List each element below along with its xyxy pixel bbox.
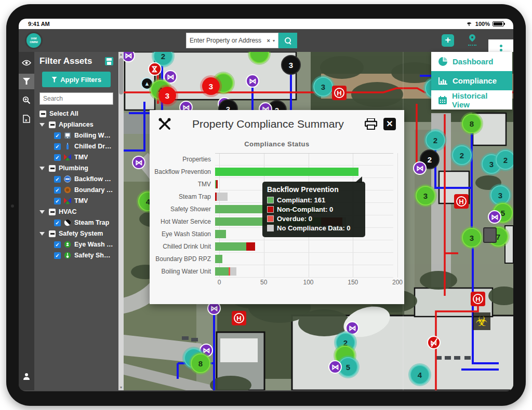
asset-row-eye-wash-station[interactable]: ✓Eye Wash Station xyxy=(39,241,113,248)
asset-row-tmv[interactable]: ✓TMV xyxy=(39,154,113,161)
group-row-plumbing[interactable]: Plumbing xyxy=(39,165,113,172)
eye-wash-station-icon xyxy=(64,241,71,248)
print-icon[interactable] xyxy=(365,118,377,130)
chevron-down-icon[interactable] xyxy=(39,232,45,236)
apply-filters-button[interactable]: Apply Filters xyxy=(42,72,111,87)
map-valve-purple-marker[interactable]: ⋈ xyxy=(488,210,501,224)
menu-item-dashboard[interactable]: Dashboard xyxy=(431,52,512,71)
excel-export-icon[interactable]: x xyxy=(19,111,34,127)
map-valve-purple-marker[interactable]: ⋈ xyxy=(328,360,342,374)
search-input[interactable]: Enter Property or Address × ▾ xyxy=(186,33,278,48)
map-valve-purple-marker[interactable]: ⋈ xyxy=(246,74,259,88)
map-cluster-marker[interactable]: 8 xyxy=(191,353,210,373)
filter-tool-icon[interactable] xyxy=(19,74,34,89)
map-cluster-marker[interactable]: 3 xyxy=(202,77,220,95)
asset-checkbox[interactable]: ✓ xyxy=(54,176,61,183)
asset-row-boundary-bpd-rpz[interactable]: ✓Boundary BPD RPZ xyxy=(39,186,113,194)
map-cluster-marker[interactable]: 2 xyxy=(425,130,445,150)
asset-checkbox[interactable]: ✓ xyxy=(54,132,61,139)
bar-segment-no-compliance-data[interactable] xyxy=(230,267,236,276)
panel-scrollbar[interactable]: ▲ ▼ xyxy=(118,52,124,390)
map-cluster-marker[interactable]: 3 xyxy=(313,77,333,97)
select-all-row[interactable]: Select All xyxy=(39,110,113,117)
chilled-drink-unit-icon xyxy=(64,143,71,150)
asset-checkbox[interactable]: ✓ xyxy=(54,198,61,204)
map-valve-purple-marker[interactable]: ⋈ xyxy=(132,156,145,169)
scroll-up-arrow[interactable]: ▲ xyxy=(118,52,124,57)
chevron-down-icon[interactable] xyxy=(39,123,45,127)
asset-checkbox[interactable]: ✓ xyxy=(54,220,61,226)
bar-segment-non-compliant[interactable] xyxy=(246,242,255,251)
app-screen: 9:41 AM 100% IAM OMNI Enter Property or … xyxy=(19,19,513,391)
map-valve-purple-marker[interactable]: ⋈ xyxy=(413,161,427,175)
app-menu: Dashboard Compliance Historical View xyxy=(431,52,512,110)
bar-segment-no-compliance-data[interactable] xyxy=(217,193,228,201)
bar-segment-compliant[interactable] xyxy=(215,242,246,251)
safety-shower-icon xyxy=(64,252,71,259)
map-cluster-marker[interactable]: 8 xyxy=(462,114,482,133)
zoom-search-icon[interactable] xyxy=(19,92,34,108)
bar-segment-compliant[interactable] xyxy=(215,168,358,176)
map-valve-crossed-marker[interactable]: ⋈ xyxy=(427,336,441,349)
user-profile-icon[interactable] xyxy=(19,368,34,384)
x-tick-label: 100 xyxy=(303,279,313,286)
map-cluster-marker[interactable]: 2 xyxy=(496,150,513,170)
map-cluster-marker[interactable]: 3 xyxy=(416,186,435,206)
map-cluster-marker[interactable]: 3 xyxy=(490,185,510,205)
group-row-hvac[interactable]: HVAC xyxy=(39,208,113,215)
save-filters-icon[interactable] xyxy=(105,57,113,65)
map-cluster-marker[interactable]: 2 xyxy=(452,145,472,165)
map-cluster-marker[interactable]: 4 xyxy=(410,365,430,385)
chevron-down-icon[interactable]: ▾ xyxy=(273,38,275,43)
bar-segment-compliant[interactable] xyxy=(215,255,222,263)
asset-row-steam-trap[interactable]: ✓Steam Trap xyxy=(39,219,113,226)
chevron-down-icon[interactable] xyxy=(39,167,45,170)
menu-item-compliance[interactable]: Compliance xyxy=(431,71,512,90)
search-button[interactable] xyxy=(278,33,297,48)
map-helipad-marker[interactable]: H xyxy=(454,194,469,209)
asset-checkbox[interactable]: ✓ xyxy=(54,241,61,248)
map-panel-marker[interactable] xyxy=(483,227,497,243)
bar-segment-compliant[interactable] xyxy=(215,230,226,238)
visibility-eye-icon[interactable] xyxy=(19,55,34,71)
map-helipad-marker[interactable]: H xyxy=(471,292,485,306)
asset-row-boiling-water-unit[interactable]: ✓Boiling Water Unit ... xyxy=(39,132,113,139)
map-valve-red-marker[interactable]: ⋈ xyxy=(148,62,162,76)
filter-assets-panel: Filter Assets Apply Filters Select AllAp… xyxy=(34,52,118,390)
group-checkbox[interactable] xyxy=(49,165,56,172)
map-biohazard-marker[interactable]: ☣ xyxy=(473,312,490,330)
asset-row-safety-shower[interactable]: ✓Safety Shower xyxy=(39,252,113,259)
group-row-appliances[interactable]: Appliances xyxy=(39,121,113,128)
map-cluster-marker[interactable]: 3 xyxy=(462,228,482,248)
location-pin-icon[interactable] xyxy=(468,34,477,47)
asset-checkbox[interactable]: ✓ xyxy=(54,143,61,150)
asset-row-tmv[interactable]: ✓TMV xyxy=(39,197,113,204)
tool-strip: x xyxy=(19,52,34,390)
menu-item-historical-view[interactable]: Historical View xyxy=(431,90,512,110)
bar-segment-non-compliant[interactable] xyxy=(216,180,218,188)
asset-checkbox[interactable]: ✓ xyxy=(54,187,61,194)
category-label: Hot Water Service xyxy=(150,218,215,225)
map-helipad-marker[interactable]: H xyxy=(332,86,347,100)
asset-checkbox[interactable]: ✓ xyxy=(54,252,61,259)
asset-row-chilled-drink-unit[interactable]: ✓Chilled Drink Unit xyxy=(39,143,113,150)
select-all-checkbox[interactable] xyxy=(39,111,46,117)
map-cluster-marker[interactable]: 3 xyxy=(281,55,301,75)
group-checkbox[interactable] xyxy=(49,230,56,237)
group-checkbox[interactable] xyxy=(49,209,56,215)
group-checkbox[interactable] xyxy=(49,121,56,128)
scroll-down-arrow[interactable]: ▼ xyxy=(118,385,124,390)
asset-row-backflow-prevention[interactable]: ✓Backflow Preventio... xyxy=(39,175,113,183)
bar-segment-compliant[interactable] xyxy=(215,267,229,276)
map-helipad-marker[interactable]: H xyxy=(232,311,246,325)
clear-search-icon[interactable]: × xyxy=(267,37,270,44)
close-icon[interactable]: ✕ xyxy=(383,118,396,130)
asset-checkbox[interactable]: ✓ xyxy=(54,154,61,161)
chevron-down-icon[interactable] xyxy=(39,210,45,214)
map-cluster-marker[interactable]: 3 xyxy=(158,87,176,104)
app-logo[interactable]: IAM OMNI xyxy=(25,32,43,49)
group-row-safety-system[interactable]: Safety System xyxy=(39,230,113,237)
scrollbar-thumb[interactable] xyxy=(119,58,123,94)
add-button[interactable]: + xyxy=(442,34,454,47)
asset-search-input[interactable] xyxy=(39,92,113,105)
